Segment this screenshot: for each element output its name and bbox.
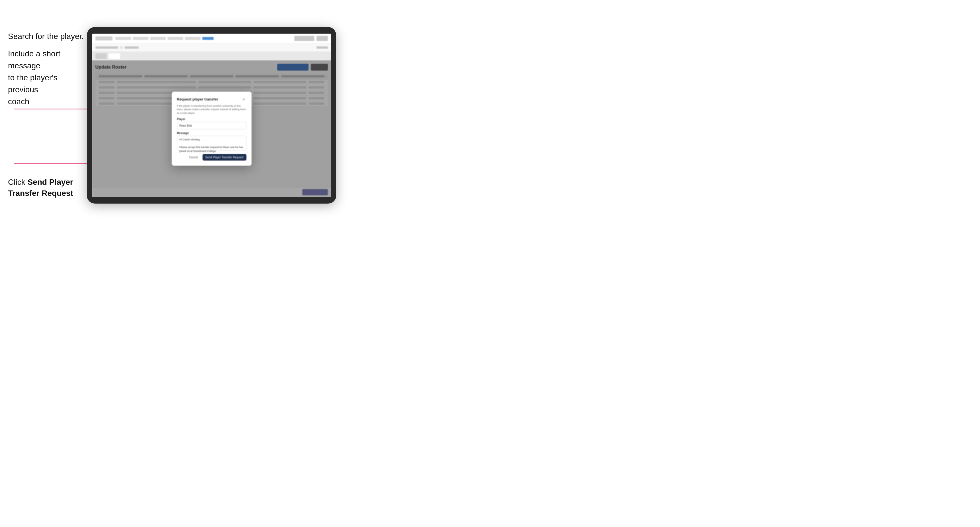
sub-header [92, 44, 331, 52]
modal-footer: Cancel Send Player Transfer Request [177, 154, 247, 160]
header-right [294, 36, 328, 41]
nav-item-2 [133, 37, 148, 40]
tab-2-active [108, 53, 120, 59]
nav-item-4 [167, 37, 183, 40]
modal-title: Request player transfer [177, 97, 218, 102]
nav-item-3 [150, 37, 166, 40]
nav-item-1 [115, 37, 131, 40]
message-field-label: Message [177, 132, 247, 135]
tablet-frame: Update Roster [87, 27, 336, 203]
header-nav [115, 37, 291, 40]
annotation-area: Search for the player. Include a short m… [0, 0, 86, 527]
player-input[interactable]: Rees Britt [177, 122, 247, 129]
annotation-send: Click Send PlayerTransfer Request [8, 176, 85, 199]
header-user-btn [317, 36, 328, 41]
message-textarea[interactable]: Hi Coach McHarg,Please accept this trans… [177, 136, 247, 151]
tab-bar [92, 52, 331, 60]
breadcrumb-1 [95, 46, 118, 49]
annotation-search: Search for the player. [8, 31, 84, 42]
modal-overlay: Request player transfer × If the player … [92, 60, 331, 197]
tab-1 [95, 53, 107, 59]
app-header [92, 33, 331, 44]
breadcrumb-right [317, 46, 328, 49]
annotation-search-text: Search for the player. [8, 32, 84, 41]
app-logo [95, 37, 113, 40]
modal-description: If the player is transferring from anoth… [177, 104, 247, 115]
breadcrumb-sep [121, 46, 122, 49]
breadcrumb-2 [124, 46, 139, 49]
cancel-button[interactable]: Cancel [186, 155, 200, 160]
player-field-label: Player [177, 117, 247, 121]
send-transfer-button[interactable]: Send Player Transfer Request [202, 154, 247, 160]
content-area: Update Roster [92, 60, 331, 197]
modal-header: Request player transfer × [177, 97, 247, 102]
close-button[interactable]: × [241, 97, 247, 102]
tablet-screen: Update Roster [92, 33, 331, 197]
annotation-message: Include a short messageto the player's p… [8, 48, 85, 108]
header-right-btn [294, 36, 314, 41]
nav-item-active [202, 37, 214, 40]
nav-item-5 [185, 37, 200, 40]
modal-dialog: Request player transfer × If the player … [172, 92, 251, 166]
